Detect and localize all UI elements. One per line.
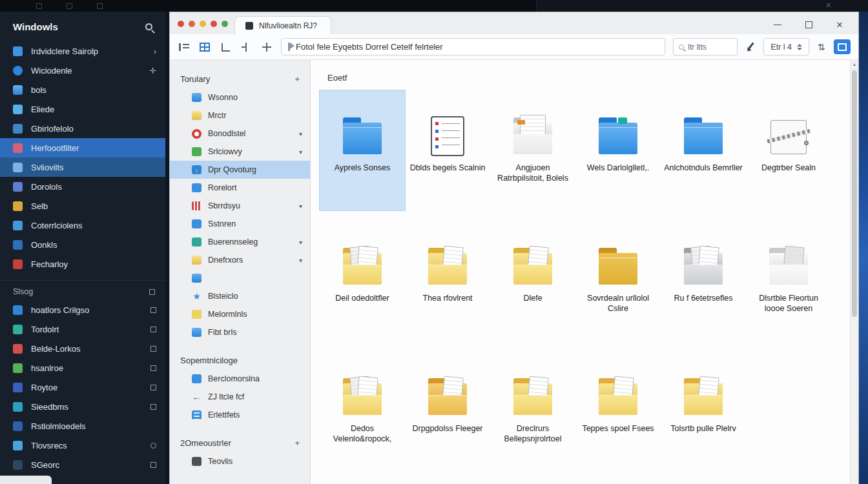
- file-item[interactable]: Dedos Velenlo&ropock,: [320, 351, 405, 471]
- chevron-down-icon[interactable]: ▾: [299, 239, 302, 246]
- file-item[interactable]: Drpgpdolss Fleeger: [405, 351, 490, 471]
- sidebar-item-label: Belde-Lorkos: [31, 344, 142, 354]
- sidebar-item[interactable]: Belde-Lorkos: [0, 339, 165, 358]
- icon-wrap: [422, 356, 473, 417]
- sidebar-item[interactable]: Dorolols: [0, 177, 165, 196]
- chevron-down-icon[interactable]: ▾: [299, 148, 302, 156]
- folder-tag-icon: [593, 116, 643, 156]
- chevron-down-icon[interactable]: ▾: [299, 257, 302, 264]
- nav-item[interactable]: Dnefrxors ▾: [170, 251, 310, 269]
- sidebar-item[interactable]: SGeorc: [0, 455, 165, 474]
- pen-icon[interactable]: [745, 42, 756, 52]
- file-item[interactable]: Ru f 6etetrsefles: [661, 221, 746, 341]
- restore-button[interactable]: [804, 20, 813, 29]
- chevron-down-icon[interactable]: ▾: [299, 130, 302, 137]
- nav-item[interactable]: Srlciowvy ▾: [170, 143, 310, 161]
- file-item[interactable]: Dlefe: [490, 221, 575, 341]
- nav-item[interactable]: Blsteiclo: [170, 287, 310, 305]
- chevron-down-icon[interactable]: ▾: [299, 203, 302, 210]
- sidebar-item[interactable]: hsanlroe: [0, 358, 165, 378]
- nav-item[interactable]: Mrctr: [170, 106, 310, 125]
- sidebar-item[interactable]: Selb: [0, 196, 165, 216]
- file-item[interactable]: Deil odedoltfler: [320, 221, 405, 341]
- layout-list-icon[interactable]: [178, 41, 191, 53]
- minimize-button[interactable]: [773, 20, 782, 29]
- nav-item[interactable]: Berclomorslna: [170, 370, 310, 388]
- sidebar-item[interactable]: Tlovsrecs: [0, 436, 165, 455]
- nav-item[interactable]: Sbrrdsyu ▾: [170, 197, 310, 215]
- scrollbar[interactable]: [850, 60, 858, 484]
- arrow-left-icon: [192, 392, 202, 401]
- file-item[interactable]: Angjuoen Ratrbpilsitoit, Bolels: [490, 90, 575, 210]
- file-item[interactable]: Dreclrurs Bellepsnjrolrtoel: [490, 351, 575, 471]
- file-item[interactable]: Sovrdealn urllolol Cslire: [575, 221, 661, 341]
- icon-wrap: [763, 226, 814, 287]
- file-item[interactable]: Wels Darlolglletl,.: [575, 90, 661, 210]
- icon-wrap: [593, 226, 643, 287]
- scroll-up-icon[interactable]: [852, 61, 857, 68]
- nav-item[interactable]: Buerennseleg ▾: [170, 233, 310, 251]
- sidebar-item[interactable]: Tordolrt: [0, 319, 165, 339]
- sidebar-item[interactable]: Wiciodenle ✛: [0, 61, 165, 80]
- nav-item[interactable]: Wsonno: [170, 88, 310, 106]
- sidebar-item[interactable]: Irdvidclere Sairolp ›: [0, 41, 165, 61]
- square-indicator-icon: [150, 346, 156, 352]
- star-icon: [192, 292, 202, 301]
- nav-item[interactable]: Teovlis: [170, 452, 310, 470]
- add-section-button[interactable]: +: [294, 438, 300, 448]
- nav-item[interactable]: Fibt brls: [170, 323, 310, 341]
- sidebar-item[interactable]: hoatlors Crilgso: [0, 300, 165, 319]
- sidebar-item-label: Herfoootfilter: [31, 143, 156, 153]
- nav-item-selected[interactable]: Dpr Qovoturg: [170, 161, 310, 179]
- file-item[interactable]: Tolsrtb pulle Plelrv: [661, 351, 746, 471]
- sidebar-item[interactable]: Roytoe: [0, 378, 165, 397]
- folder-icon: [13, 85, 23, 95]
- sidebar-item[interactable]: Coterrlciolens: [0, 216, 165, 235]
- layout-grid-icon[interactable]: [198, 41, 211, 53]
- sidebar-item[interactable]: Eliede: [0, 99, 165, 119]
- sidebar-item[interactable]: Rstlolmloedels: [0, 416, 165, 436]
- search-box[interactable]: ltr ltts: [673, 38, 738, 55]
- sidebar-item[interactable]: Oonkls: [0, 235, 165, 254]
- file-item-selected[interactable]: Ayprels Sonses: [320, 90, 405, 210]
- nav-item[interactable]: Sstnren: [170, 215, 310, 233]
- address-bar[interactable]: Fotol fele Eyqebts Dorrel Cetelf felrtel…: [281, 38, 665, 55]
- view-button[interactable]: [834, 39, 851, 54]
- sidebar-item-selected[interactable]: Svliovilts: [0, 157, 165, 177]
- nav-item[interactable]: [170, 269, 310, 287]
- close-button[interactable]: [835, 20, 844, 29]
- sidebar-item-selected[interactable]: Herfoootfilter: [0, 138, 165, 157]
- nav-item[interactable]: Bonodlstel ▾: [170, 125, 310, 143]
- nav-item[interactable]: Rorelort: [170, 179, 310, 197]
- sidebar-item[interactable]: Gbirlofelolo: [0, 119, 165, 138]
- sort-direction-icon[interactable]: [817, 41, 826, 53]
- folder-documents-icon: [678, 247, 728, 287]
- align-tool-icon[interactable]: [240, 41, 253, 53]
- sidebar-item[interactable]: bols: [0, 80, 165, 99]
- file-item[interactable]: Teppes spoel Fsees: [575, 351, 661, 471]
- window-tab[interactable]: Nlfuvlioealtn RJ?: [234, 16, 331, 34]
- scrollbar-thumb[interactable]: [852, 70, 857, 317]
- file-item[interactable]: Dblds begels Scalnin: [405, 90, 490, 210]
- sidebar-item[interactable]: Fecharloy: [0, 254, 165, 274]
- search-icon[interactable]: [145, 23, 152, 30]
- add-section-button[interactable]: +: [294, 74, 300, 84]
- nav-item[interactable]: Erlettfets: [170, 406, 310, 424]
- file-item[interactable]: Degtrber Sealn: [746, 90, 831, 210]
- sidebar-item[interactable]: Sieedbms: [0, 397, 165, 416]
- nav-item-label: Sbrrdsyu: [208, 201, 293, 210]
- file-item[interactable]: Anlchotnduls Bemrller: [661, 90, 746, 210]
- file-item-label: Dblds begels Scalnin: [410, 163, 486, 173]
- file-item[interactable]: Dlsrtble Fleortun loooe Soeren: [746, 221, 831, 341]
- file-item[interactable]: Thea rfovlrent: [405, 221, 490, 341]
- background-close-x-icon[interactable]: ✕: [825, 1, 831, 10]
- nav-item[interactable]: Melormlnls: [170, 305, 310, 323]
- square-indicator-icon: [150, 327, 156, 332]
- tile-dark-icon: [13, 460, 23, 470]
- corner-tool-icon[interactable]: [219, 41, 232, 53]
- nav-item-label: Buerennseleg: [208, 237, 293, 247]
- sort-dropdown[interactable]: Etr l 4: [763, 38, 809, 55]
- nav-item[interactable]: ZJ ltcle fcf: [170, 388, 310, 406]
- chevron-right-icon: ›: [154, 46, 156, 56]
- add-tool-icon[interactable]: [260, 41, 273, 53]
